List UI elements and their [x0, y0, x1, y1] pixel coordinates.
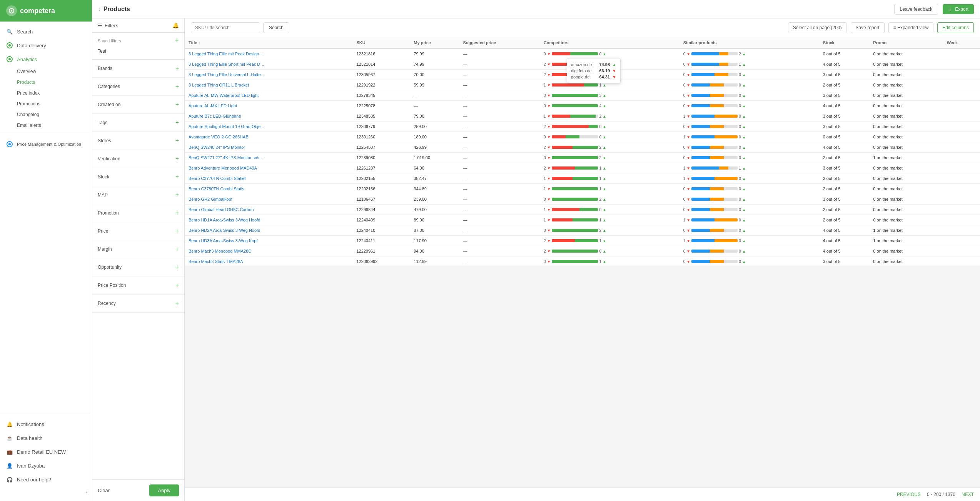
product-link[interactable]: BenQ SW271 27" 4K IPS Monitor schwarz: [189, 155, 265, 160]
filter-group-map[interactable]: MAP +: [92, 186, 184, 204]
apply-button[interactable]: Apply: [149, 484, 179, 496]
filter-icon: ☰: [98, 23, 102, 28]
sidebar-item-analytics[interactable]: Analytics: [0, 52, 92, 66]
product-link[interactable]: Benro Adventure Monopod MAD49A: [189, 166, 265, 170]
cell-promo: 0 on the market: [869, 59, 943, 70]
cell-title: Aputure AL-MW Waterproof LED light: [185, 90, 352, 101]
product-link[interactable]: BenQ SW240 24" IPS Monitor: [189, 145, 265, 150]
filter-group-categories[interactable]: Categories +: [92, 78, 184, 96]
filter-group-created-on[interactable]: Created on +: [92, 96, 184, 114]
cell-week: [943, 111, 980, 122]
sidebar-item-email-alerts[interactable]: Email alerts: [17, 120, 92, 131]
product-link[interactable]: 3 Legged Thing Ellie Universal L-Halteru…: [189, 72, 265, 77]
sidebar-item-overview[interactable]: Overview: [17, 66, 92, 77]
cell-my-price: 382.47: [410, 173, 459, 184]
filter-group-opportunity[interactable]: Opportunity +: [92, 258, 184, 276]
filter-bell-icon[interactable]: 🔔: [172, 22, 179, 28]
sidebar-item-products[interactable]: Products: [17, 77, 92, 88]
col-week: Week: [943, 37, 980, 48]
export-button[interactable]: ⭳ Export: [943, 4, 974, 14]
cell-suggested-price: —: [459, 215, 540, 225]
saved-filter-test[interactable]: Test: [98, 47, 179, 55]
products-area: Search Select all on page (200) Save rep…: [185, 18, 980, 501]
cell-promo: 0 on the market: [869, 70, 943, 80]
filter-group-margin[interactable]: Margin +: [92, 240, 184, 258]
cell-similar: 0 ▼ 0 ▲: [679, 246, 819, 256]
select-all-button[interactable]: Select all on page (200): [788, 22, 847, 33]
cell-title: Benro Adventure Monopod MAD49A: [185, 163, 352, 173]
filter-group-recency[interactable]: Recency +: [92, 295, 184, 313]
sidebar-item-notifications[interactable]: 🔔 Notifications: [0, 417, 92, 431]
cell-competitors: 1 ▼ 2 ▲: [540, 111, 679, 122]
filter-group-stores[interactable]: Stores +: [92, 132, 184, 150]
sidebar-item-search[interactable]: 🔍 Search: [0, 25, 92, 38]
logo-text: competera: [20, 7, 55, 15]
logo[interactable]: competera: [0, 0, 92, 22]
product-link[interactable]: 3 Legged Thing Ellie mit Peak Design Ca.…: [189, 52, 265, 56]
cell-suggested-price: —: [459, 48, 540, 59]
table-row: 3 Legged Thing Ellie mit Peak Design Ca.…: [185, 48, 980, 59]
product-link[interactable]: Benro Mach3 Monopod MMA28C: [189, 249, 265, 253]
sidebar-item-data-delivery[interactable]: Data delivery: [0, 38, 92, 52]
clear-button[interactable]: Clear: [98, 488, 110, 493]
product-link[interactable]: Aputure AL-MX LED Light: [189, 103, 265, 108]
cell-stock: 0 out of 5: [819, 48, 870, 59]
cell-sku: 12261237: [352, 163, 410, 173]
sidebar-item-changelog[interactable]: Changelog: [17, 109, 92, 120]
expanded-view-button[interactable]: ≡ Expanded view: [888, 22, 934, 33]
sidebar-collapse-button[interactable]: ‹: [0, 486, 92, 498]
filter-group-price-position[interactable]: Price Position +: [92, 276, 184, 295]
product-link[interactable]: Benro C3780TN Combi Stativ: [189, 186, 265, 191]
cell-similar: 1 ▼ 0 ▲: [679, 173, 819, 184]
cell-my-price: 239.00: [410, 194, 459, 205]
filter-group-promotion[interactable]: Promotion +: [92, 204, 184, 222]
cell-competitors: 1 ▼ 1 ▲: [540, 184, 679, 194]
user-icon: 👤: [6, 462, 13, 469]
product-link[interactable]: Benro HD1A Arca-Swiss 3-Weg Hoofd: [189, 218, 265, 222]
sidebar-user-label: Ivan Dzyuba: [17, 463, 45, 469]
cell-stock: 4 out of 5: [819, 236, 870, 246]
cell-stock: 4 out of 5: [819, 142, 870, 153]
sku-search-input[interactable]: [191, 22, 260, 33]
cell-my-price: 117.90: [410, 236, 459, 246]
sidebar-item-price-mgmt[interactable]: Price Management & Optimization: [0, 137, 92, 151]
cell-similar: 0 ▼ 0 ▲: [679, 205, 819, 215]
cell-title: Aputure AL-MX LED Light: [185, 101, 352, 111]
sidebar-item-promotions[interactable]: Promotions: [17, 98, 92, 109]
product-link[interactable]: Benro Mach3 Stativ TMA28A: [189, 259, 265, 264]
filter-group-brands[interactable]: Brands +: [92, 60, 184, 78]
next-button[interactable]: NEXT: [962, 492, 974, 497]
product-link[interactable]: Benro HD3A Arca-Swiss 3-Weg Kopf: [189, 238, 265, 243]
product-link[interactable]: 3 Legged Thing Ellie Short mit Peak Des.…: [189, 62, 265, 67]
product-link[interactable]: Avantgarde VEO 2 GO 265HAB: [189, 135, 265, 139]
table-row: Benro HD2A Arca-Swiss 3-Weg Hoofd 122404…: [185, 225, 980, 236]
sidebar-item-demo[interactable]: 💼 Demo Retail EU NEW: [0, 445, 92, 459]
svg-point-5: [8, 58, 11, 60]
edit-columns-button[interactable]: Edit columns: [937, 22, 974, 33]
filter-group-verification[interactable]: Verification +: [92, 150, 184, 168]
sidebar-item-data-health[interactable]: ☕ Data health: [0, 431, 92, 445]
product-link[interactable]: Aputure AL-MW Waterproof LED light: [189, 93, 265, 98]
product-link[interactable]: Benro GH2 Gimbalkopf: [189, 197, 265, 201]
product-link[interactable]: Aputure Spotlight Mount 19 Grad Obje...: [189, 124, 265, 129]
table-row: Benro Mach3 Monopod MMA28C 12220961 94.0…: [185, 246, 980, 256]
sidebar-item-help[interactable]: 🎧 Need our help?: [0, 473, 92, 486]
cell-week: [943, 215, 980, 225]
save-report-button[interactable]: Save report: [851, 22, 885, 33]
leave-feedback-button[interactable]: Leave feedback: [894, 4, 938, 15]
sidebar-item-user[interactable]: 👤 Ivan Dzyuba: [0, 459, 92, 473]
product-link[interactable]: Benro Gimbal Head GH5C Carbon: [189, 207, 265, 212]
filter-group-price[interactable]: Price +: [92, 222, 184, 240]
product-link[interactable]: Benro C3770TN Combi Statief: [189, 176, 265, 181]
cell-suggested-price: —: [459, 90, 540, 101]
product-link[interactable]: Aputure B7c LED-Glühbirne: [189, 114, 265, 118]
search-button[interactable]: Search: [263, 22, 289, 33]
product-link[interactable]: Benro HD2A Arca-Swiss 3-Weg Hoofd: [189, 228, 265, 233]
sidebar-item-price-index[interactable]: Price index: [17, 88, 92, 98]
previous-button[interactable]: PREVIOUS: [897, 492, 921, 497]
filter-group-stock[interactable]: Stock +: [92, 168, 184, 186]
product-link[interactable]: 3 Legged Thing OR11 L Bracket: [189, 83, 265, 87]
add-saved-filter-icon[interactable]: +: [175, 37, 179, 45]
col-suggested-price: Suggested price: [459, 37, 540, 48]
filter-group-tags[interactable]: Tags +: [92, 114, 184, 132]
